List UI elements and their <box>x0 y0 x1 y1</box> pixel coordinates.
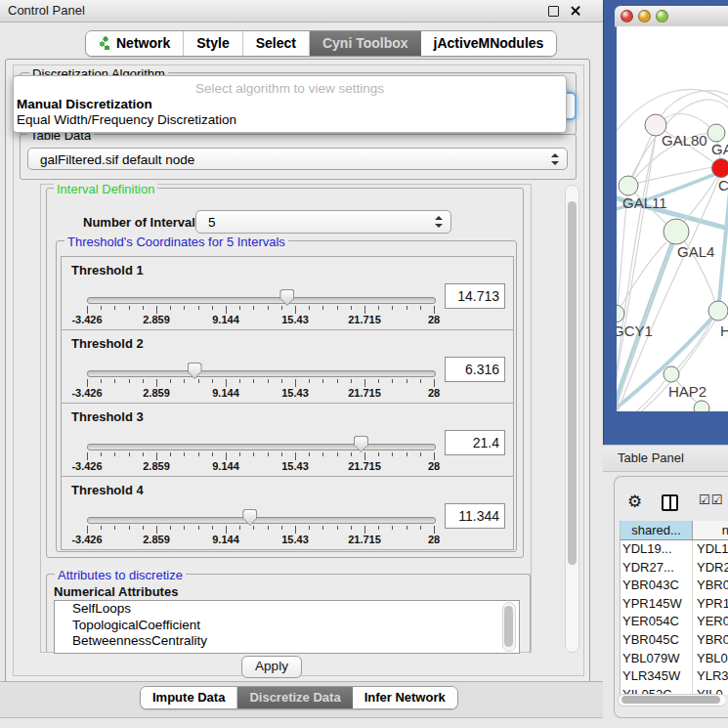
tick-label: 2.859 <box>143 314 170 325</box>
table-row[interactable]: YPR145WYPR1 <box>621 595 728 614</box>
numerical-attributes-label: Numerical Attributes <box>54 584 178 599</box>
network-edge[interactable] <box>677 320 712 368</box>
tab-infer-network[interactable]: Infer Network <box>353 687 457 708</box>
tick-mark <box>364 526 365 534</box>
attribute-item[interactable]: SelfLoops <box>55 601 519 618</box>
tab-impute-data[interactable]: Impute Data <box>141 687 237 708</box>
threshold-label: Threshold 2 <box>71 336 144 351</box>
table-row[interactable]: YBR045CYBR0 <box>621 631 728 650</box>
threshold-value-field[interactable]: 14.713 <box>445 283 505 309</box>
top-tabbar: NetworkStyleSelectCyni ToolboxjActiveMNo… <box>85 30 557 57</box>
popup-item[interactable]: Manual Discretization <box>14 96 566 111</box>
network-edge[interactable] <box>628 167 712 186</box>
tick-mark <box>322 306 323 310</box>
network-node[interactable] <box>694 401 709 411</box>
tick-label: 9.144 <box>212 387 239 399</box>
table-hscrollbar[interactable] <box>618 694 726 707</box>
tick-mark <box>407 526 407 530</box>
tick-mark <box>87 526 88 534</box>
threshold-row: Threshold 4-3.4262.8599.14415.4321.71528… <box>61 476 514 550</box>
tick-mark <box>268 306 269 310</box>
table-row[interactable]: YDR27...YDR2 <box>621 559 728 578</box>
gear-icon[interactable]: ⚙ <box>627 493 642 510</box>
slider-track[interactable] <box>87 517 436 524</box>
tick-mark <box>239 526 240 530</box>
tab-style[interactable]: Style <box>184 31 242 56</box>
tick-mark <box>212 379 213 383</box>
attribute-item[interactable]: TopologicalCoefficient <box>55 618 519 634</box>
table-cell: YLR345W <box>622 667 690 686</box>
bottom-tabbar: Impute DataDiscretize DataInfer Network <box>140 686 458 709</box>
threshold-row: Threshold 3-3.4262.8599.14415.4321.71528… <box>61 403 514 477</box>
stepper-arrows-icon[interactable] <box>551 153 559 165</box>
tab-network[interactable]: Network <box>86 31 184 56</box>
tick-mark <box>392 379 393 383</box>
network-node[interactable] <box>664 366 679 382</box>
tick-mark <box>253 452 254 456</box>
close-icon[interactable] <box>570 5 581 17</box>
float-window-icon[interactable] <box>548 6 559 17</box>
threshold-value-field[interactable]: 6.316 <box>445 357 505 382</box>
tick-mark <box>253 379 254 383</box>
select-columns-icon[interactable]: ☑☑ <box>699 492 723 507</box>
tick-label: 15.43 <box>281 314 309 325</box>
network-node[interactable] <box>619 176 638 195</box>
close-traffic-light-icon[interactable] <box>621 10 633 22</box>
interval-definition-title: Interval Definition <box>54 182 157 196</box>
tick-mark <box>281 526 282 530</box>
tab-select[interactable]: Select <box>243 31 310 56</box>
network-edge[interactable] <box>618 194 627 306</box>
slider-track[interactable] <box>87 444 436 450</box>
tick-mark <box>392 306 393 310</box>
table-row[interactable]: YBL079WYBL0 <box>621 650 728 668</box>
tick-label: -3.426 <box>71 314 102 325</box>
apply-button[interactable]: Apply <box>241 656 302 678</box>
num-intervals-combobox[interactable]: 5 <box>195 210 451 234</box>
column-header[interactable]: n <box>693 521 728 540</box>
panel-scrollbar[interactable] <box>565 185 579 653</box>
tick-mark <box>170 306 171 310</box>
table-data-combobox[interactable]: galFiltered.sif default node <box>27 148 568 170</box>
threshold-value-field[interactable]: 11.344 <box>445 503 505 529</box>
tick-label: 2.859 <box>143 534 170 545</box>
minimize-traffic-light-icon[interactable] <box>638 10 651 22</box>
network-edge[interactable] <box>664 114 709 127</box>
split-columns-icon[interactable] <box>662 494 678 511</box>
zoom-traffic-light-icon[interactable] <box>656 10 668 22</box>
stepper-arrows-icon[interactable] <box>435 216 443 228</box>
table-row[interactable]: YER054CYER0 <box>621 613 728 631</box>
slider-track[interactable] <box>87 297 436 304</box>
table-cell: YBR0 <box>697 577 728 595</box>
network-node[interactable] <box>664 219 689 244</box>
tick-mark <box>392 452 393 456</box>
tab-jactivemnodules[interactable]: jActiveMNodules <box>421 31 557 56</box>
network-node[interactable] <box>708 301 728 321</box>
tab-cyni-toolbox[interactable]: Cyni Toolbox <box>310 31 421 56</box>
attributes-list[interactable]: SelfLoopsTopologicalCoefficientBetweenne… <box>54 600 520 654</box>
tick-mark <box>434 379 435 387</box>
tick-mark <box>198 452 199 456</box>
table-row[interactable]: YBR043CYBR0 <box>621 577 728 595</box>
table-row[interactable]: YLR345WYLR3 <box>621 667 728 686</box>
network-edge-thick[interactable] <box>718 191 728 311</box>
tick-mark <box>156 306 157 314</box>
network-node[interactable] <box>707 124 725 142</box>
table-row[interactable]: YDL19...YDL1 <box>621 540 728 559</box>
column-header[interactable]: shared... <box>621 521 693 540</box>
node-table[interactable]: shared...nYDL19...YDL1YDR27...YDR2YBR043… <box>620 521 728 695</box>
tick-label: 15.43 <box>281 534 309 545</box>
network-edge[interactable] <box>661 91 728 116</box>
tick-label: 9.144 <box>212 460 239 472</box>
threshold-value-field[interactable]: 21.4 <box>445 430 505 455</box>
popup-item[interactable]: Equal Width/Frequency Discretization <box>14 111 566 127</box>
tick-mark <box>253 306 254 310</box>
tab-discretize-data[interactable]: Discretize Data <box>237 687 352 708</box>
slider-track[interactable] <box>87 370 436 377</box>
num-intervals-label: Number of Intervals <box>83 215 202 230</box>
attributes-scrollbar[interactable] <box>502 602 516 652</box>
tick-mark <box>281 306 282 310</box>
network-window-titlebar[interactable] <box>615 6 728 27</box>
network-node[interactable] <box>712 159 728 178</box>
network-canvas[interactable]: GAL80GALCGAL11GAL4GCY1HHAP2 <box>617 26 728 411</box>
attribute-item[interactable]: BetweennessCentrality <box>55 633 519 650</box>
